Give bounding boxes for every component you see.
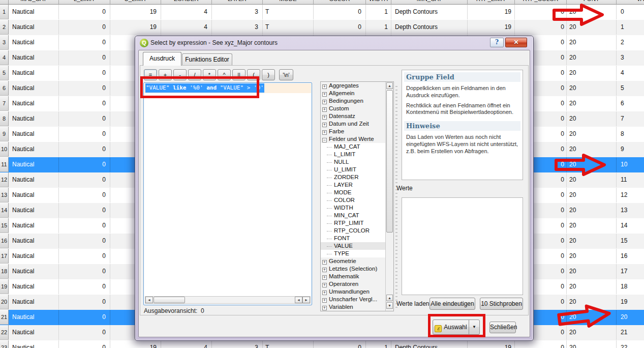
- tree-group-mathematik[interactable]: +Mathematik: [321, 273, 393, 280]
- tree-group-allgemein[interactable]: +Allgemein: [321, 90, 393, 97]
- table-cell-MAJ_CAT[interactable]: Nautical: [9, 111, 59, 126]
- table-cell-FONT[interactable]: 20: [567, 218, 617, 233]
- table-cell-MAJ_CAT[interactable]: Nautical: [9, 96, 59, 111]
- expression-editor[interactable]: "VALUE" like '%0' and "VALUE" > '0' ◄ ◄ …: [143, 82, 312, 305]
- table-cell-MAJ_CAT[interactable]: Nautical: [9, 50, 59, 65]
- table-cell-MAJ_CAT[interactable]: Nautical: [9, 66, 59, 80]
- scroll-up-icon[interactable]: ▲: [386, 295, 393, 301]
- table-cell-VALUE[interactable]: 10: [617, 157, 644, 172]
- tree-group-custom[interactable]: +Custom: [321, 105, 393, 112]
- tree-group-variablen[interactable]: +Variablen: [321, 303, 393, 311]
- table-cell-FONT[interactable]: 20: [567, 203, 617, 218]
- table-cell-FONT[interactable]: 20: [567, 340, 617, 348]
- table-cell-MAJ_CAT[interactable]: Nautical: [9, 35, 59, 50]
- table-cell-L_LIMIT[interactable]: 0: [59, 188, 110, 202]
- row-number[interactable]: 3: [0, 35, 9, 50]
- column-header-WIDTH[interactable]: WIDTH: [366, 0, 391, 5]
- tree-group-unscharfer-vergl-[interactable]: +Unscharfer Vergl...: [321, 296, 393, 303]
- tree-field-min_cat[interactable]: MIN_CAT: [321, 212, 393, 219]
- table-cell-L_LIMIT[interactable]: 0: [59, 20, 110, 35]
- table-cell-MAJ_CAT[interactable]: Nautical: [9, 249, 59, 264]
- table-cell-L_LIMIT[interactable]: 0: [59, 325, 110, 340]
- table-cell-FONT[interactable]: 20: [567, 249, 617, 264]
- table-cell-FONT[interactable]: 20: [567, 96, 617, 111]
- table-cell-FONT[interactable]: 20: [567, 81, 617, 96]
- tree-group-umwandlungen[interactable]: +Umwandlungen: [321, 288, 393, 296]
- column-header-RTP_LIMIT[interactable]: RTP_LIMIT: [468, 0, 515, 5]
- row-number[interactable]: 14: [0, 203, 9, 218]
- column-header-U_LIMIT[interactable]: U_LIMIT: [110, 0, 161, 5]
- all-unique-button[interactable]: Alle eindeutigen: [430, 298, 475, 310]
- scroll-right-icon[interactable]: ►: [302, 297, 310, 303]
- tree-field-mode[interactable]: MODE: [321, 189, 393, 196]
- close-icon[interactable]: ✕: [505, 38, 527, 47]
- column-header-L_LIMIT[interactable]: L_LIMIT: [59, 0, 110, 5]
- close-dialog-button[interactable]: Schließen: [489, 322, 516, 333]
- column-header-LAYER[interactable]: LAYER: [212, 0, 263, 5]
- table-cell-VALUE[interactable]: 20: [617, 310, 644, 325]
- row-number[interactable]: 13: [0, 188, 9, 202]
- table-cell-FONT[interactable]: 20: [567, 66, 617, 80]
- table-cell-MIN_CAT[interactable]: Depth Contours: [391, 340, 468, 348]
- table-cell-LAYER[interactable]: 3: [212, 20, 263, 35]
- tree-group-letztes-selection-[interactable]: +Letztes (Selection): [321, 265, 393, 273]
- tree-group-felder-und-werte[interactable]: −Felder und Werte: [321, 135, 393, 143]
- row-number[interactable]: 22: [0, 325, 9, 340]
- table-cell-VALUE[interactable]: 12: [617, 188, 644, 202]
- tree-field-layer[interactable]: LAYER: [321, 181, 393, 189]
- values-list[interactable]: [402, 197, 523, 295]
- row-number[interactable]: 7: [0, 96, 9, 111]
- scroll-down-icon[interactable]: ▼: [386, 302, 393, 309]
- table-cell-VALUE[interactable]: 22: [617, 340, 644, 348]
- table-cell-L_LIMIT[interactable]: 0: [59, 111, 110, 126]
- table-cell-L_LIMIT[interactable]: 0: [59, 96, 110, 111]
- sample-values-button[interactable]: 10 Stichproben: [480, 298, 523, 310]
- table-cell-L_LIMIT[interactable]: 0: [59, 81, 110, 96]
- table-cell-MODE[interactable]: T: [263, 340, 314, 348]
- table-cell-VALUE[interactable]: 0: [617, 5, 644, 19]
- row-number[interactable]: 5: [0, 66, 9, 80]
- expand-icon[interactable]: +: [322, 268, 327, 272]
- table-cell-L_LIMIT[interactable]: 0: [59, 5, 110, 19]
- table-cell-L_LIMIT[interactable]: 0: [59, 127, 110, 141]
- table-cell-FONT[interactable]: 20: [567, 127, 617, 141]
- row-number[interactable]: 19: [0, 279, 9, 294]
- table-cell-MIN_CAT[interactable]: Depth Contours: [391, 5, 468, 19]
- expand-icon[interactable]: +: [322, 100, 327, 104]
- table-header-corner[interactable]: [0, 0, 9, 5]
- tree-group-geometrie[interactable]: +Geometrie: [321, 257, 393, 265]
- table-cell-MAJ_CAT[interactable]: Nautical: [9, 5, 59, 19]
- table-cell-WIDTH[interactable]: 1: [366, 340, 391, 348]
- table-cell-ZORDER[interactable]: 4: [161, 5, 212, 19]
- tree-field-value[interactable]: VALUE: [321, 242, 393, 250]
- table-cell-MAJ_CAT[interactable]: Nautical: [9, 325, 59, 340]
- table-cell-WIDTH[interactable]: 1: [366, 5, 391, 19]
- table-cell-FONT[interactable]: 20: [567, 234, 617, 248]
- table-cell-MAJ_CAT[interactable]: Nautical: [9, 264, 59, 279]
- row-number[interactable]: 23: [0, 340, 9, 348]
- table-cell-VALUE[interactable]: 8: [617, 127, 644, 141]
- table-cell-COLOR[interactable]: 0: [314, 20, 366, 35]
- column-header-MODE[interactable]: MODE: [263, 0, 314, 5]
- table-row[interactable]: 23Nautical01943T01Depth Contours1902022: [0, 340, 644, 348]
- table-cell-L_LIMIT[interactable]: 0: [59, 234, 110, 248]
- table-cell-RTP_LIMIT[interactable]: 19: [468, 340, 515, 348]
- operator-button[interactable]: ): [262, 69, 275, 80]
- table-cell-VALUE[interactable]: 7: [617, 111, 644, 126]
- table-cell-LAYER[interactable]: 3: [212, 340, 263, 348]
- table-cell-MODE[interactable]: T: [263, 5, 314, 19]
- tree-field-maj_cat[interactable]: MAJ_CAT: [321, 143, 393, 151]
- row-number[interactable]: 4: [0, 50, 9, 65]
- table-cell-MAJ_CAT[interactable]: Nautical: [9, 157, 59, 172]
- scroll-up-icon[interactable]: ▲: [386, 82, 393, 89]
- row-number[interactable]: 9: [0, 127, 9, 141]
- table-cell-MAJ_CAT[interactable]: Nautical: [9, 295, 59, 309]
- table-cell-VALUE[interactable]: 16: [617, 249, 644, 264]
- table-cell-VALUE[interactable]: 4: [617, 66, 644, 80]
- table-cell-ZORDER[interactable]: 4: [161, 20, 212, 35]
- table-row[interactable]: 1Nautical01943T01Depth Contours190200: [0, 5, 644, 20]
- row-number[interactable]: 12: [0, 172, 9, 187]
- operator-button[interactable]: '\n': [279, 69, 293, 80]
- table-cell-RTP_COLOR[interactable]: 0: [515, 340, 567, 348]
- row-number[interactable]: 6: [0, 81, 9, 96]
